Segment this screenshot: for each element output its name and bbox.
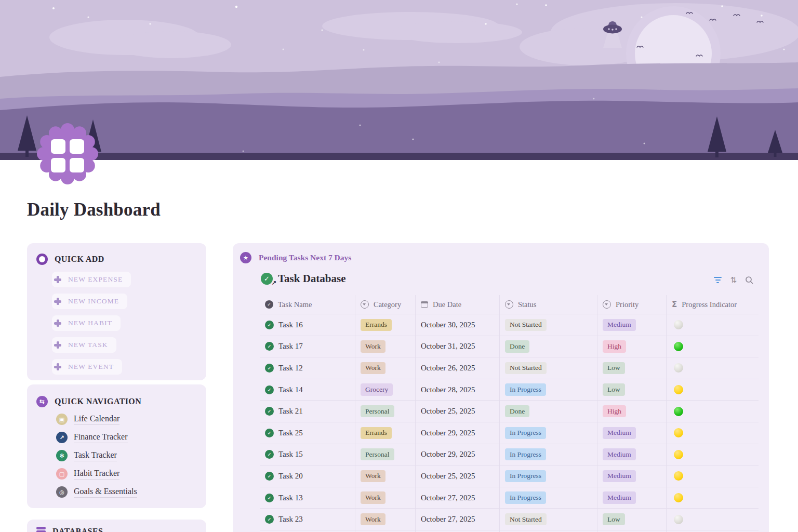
quick-navigation-list: ▣ Life Calendar ↗ Finance Tracker ✻ Task… (56, 414, 137, 498)
cell-task-name[interactable]: Task 20 (260, 466, 355, 487)
quick-add-button[interactable]: NEW INCOME (52, 294, 127, 309)
cell-status[interactable]: Not Started (500, 314, 597, 336)
status-chip: Done (505, 340, 529, 352)
column-header[interactable]: Status (500, 295, 597, 314)
nav-link[interactable]: ◎ Goals & Essentials (56, 486, 137, 498)
cell-task-name[interactable]: Task 25 (260, 422, 355, 444)
cell-category[interactable]: Work (355, 357, 416, 379)
cell-category[interactable]: Errands (355, 422, 416, 444)
cell-status[interactable]: In Progress (500, 422, 597, 444)
table-row[interactable]: Task 12 Work October 26, 2025 Not Starte… (260, 357, 759, 379)
task-check-icon (265, 342, 274, 351)
cell-category[interactable]: Personal (355, 401, 416, 422)
cell-status[interactable]: Done (500, 401, 597, 422)
nav-link[interactable]: ▢ Habit Tracker (56, 468, 137, 480)
column-header[interactable]: Due Date (416, 295, 500, 314)
cell-task-name[interactable]: Task 21 (260, 401, 355, 422)
cell-progress (667, 357, 759, 379)
table-row[interactable]: Task 16 Errands October 30, 2025 Not Sta… (260, 314, 759, 336)
quick-add-button[interactable]: NEW EXPENSE (52, 272, 131, 287)
column-header[interactable]: Progress Indicator (667, 295, 759, 314)
cell-due-date[interactable]: October 25, 2025 (416, 466, 500, 487)
cell-category[interactable]: Work (355, 509, 416, 530)
cell-priority[interactable]: Medium (597, 466, 667, 487)
cell-due-date[interactable]: October 29, 2025 (416, 422, 500, 444)
cell-due-date[interactable]: October 29, 2025 (416, 444, 500, 466)
cell-status[interactable]: Not Started (500, 357, 597, 379)
cell-progress (667, 444, 759, 466)
cell-due-date[interactable]: October 26, 2025 (416, 357, 500, 379)
cell-due-date[interactable]: October 27, 2025 (416, 487, 500, 509)
cell-due-date[interactable]: October 31, 2025 (416, 336, 500, 357)
progress-dot-icon (674, 363, 683, 373)
task-check-icon (265, 385, 274, 394)
cell-priority[interactable]: Low (597, 509, 667, 530)
cell-task-name[interactable]: Task 13 (260, 487, 355, 509)
cell-priority[interactable]: Medium (597, 487, 667, 509)
status-chip: Not Started (505, 362, 547, 374)
table-row[interactable]: Task 21 Personal October 25, 2025 Done H… (260, 400, 759, 422)
cell-due-date[interactable]: October 30, 2025 (416, 314, 500, 336)
table-row[interactable]: Task 17 Work October 31, 2025 Done High (260, 336, 759, 357)
cell-priority[interactable]: High (597, 336, 667, 357)
cell-category[interactable]: Work (355, 336, 416, 357)
progress-dot-icon (674, 428, 683, 437)
nav-link[interactable]: ✻ Task Tracker (56, 450, 137, 461)
link-arrow-icon: ↗ (271, 280, 276, 287)
status-chip: In Progress (505, 491, 546, 503)
column-header[interactable]: Category (355, 295, 416, 314)
cell-category[interactable]: Personal (355, 444, 416, 466)
quick-add-button[interactable]: NEW HABIT (52, 315, 121, 331)
cell-status[interactable]: In Progress (500, 487, 597, 509)
cell-progress (667, 422, 759, 444)
category-chip: Grocery (361, 383, 393, 395)
callout-label: Pending Tasks Next 7 Days (259, 253, 351, 262)
nav-link[interactable]: ▣ Life Calendar (56, 414, 137, 425)
cell-status[interactable]: In Progress (500, 466, 597, 487)
cell-task-name[interactable]: Task 14 (260, 379, 355, 401)
cell-due-date[interactable]: October 25, 2025 (416, 401, 500, 422)
table-row[interactable]: Task 13 Work October 27, 2025 In Progres… (260, 487, 759, 509)
cell-task-name[interactable]: Task 23 (260, 509, 355, 530)
cell-status[interactable]: In Progress (500, 444, 597, 466)
cell-priority[interactable]: Medium (597, 314, 667, 336)
cell-due-date[interactable]: October 27, 2025 (416, 509, 500, 530)
linked-database-title[interactable]: ✓↗ Task Database (261, 272, 346, 285)
quick-add-button[interactable]: NEW EVENT (52, 359, 122, 375)
cell-category[interactable]: Work (355, 466, 416, 487)
cell-priority[interactable]: Medium (597, 422, 667, 444)
table-row[interactable]: Task 15 Personal October 29, 2025 In Pro… (260, 444, 759, 466)
quick-add-button[interactable]: NEW TASK (52, 337, 116, 353)
cell-priority[interactable]: Low (597, 379, 667, 401)
search-icon[interactable] (745, 276, 753, 284)
filter-icon[interactable] (714, 277, 722, 284)
table-row[interactable]: Work In Progress Low (260, 530, 759, 532)
cell-task-name[interactable]: Task 12 (260, 357, 355, 379)
status-chip: In Progress (505, 427, 546, 439)
cell-priority[interactable]: Low (597, 357, 667, 379)
category-chip: Errands (361, 319, 392, 331)
cell-status[interactable]: Not Started (500, 509, 597, 530)
cell-due-date[interactable]: October 28, 2025 (416, 379, 500, 401)
cell-task-name[interactable]: Task 17 (260, 336, 355, 357)
cell-category[interactable]: Errands (355, 314, 416, 336)
cell-category[interactable]: Work (355, 487, 416, 509)
sort-icon[interactable]: ⇅ (730, 275, 737, 285)
cell-task-name[interactable]: Task 16 (260, 314, 355, 336)
cell-status[interactable]: In Progress (500, 379, 597, 401)
cell-status[interactable]: Done (500, 336, 597, 357)
column-header[interactable]: Priority (597, 295, 667, 314)
nav-link[interactable]: ↗ Finance Tracker (56, 432, 137, 443)
table-row[interactable]: Task 20 Work October 25, 2025 In Progres… (260, 465, 759, 487)
cell-priority[interactable]: High (597, 401, 667, 422)
cell-priority[interactable]: Medium (597, 444, 667, 466)
cell-task-name[interactable]: Task 15 (260, 444, 355, 466)
grid-badge-icon[interactable] (33, 119, 102, 188)
table-row[interactable]: Task 25 Errands October 29, 2025 In Prog… (260, 422, 759, 444)
database-toolbar: ⇅ (714, 275, 753, 285)
column-header[interactable]: Task Name (260, 295, 355, 314)
cell-category[interactable]: Grocery (355, 379, 416, 401)
calendar-icon: ▣ (56, 414, 68, 425)
table-row[interactable]: Task 23 Work October 27, 2025 Not Starte… (260, 508, 759, 530)
table-row[interactable]: Task 14 Grocery October 28, 2025 In Prog… (260, 379, 759, 401)
